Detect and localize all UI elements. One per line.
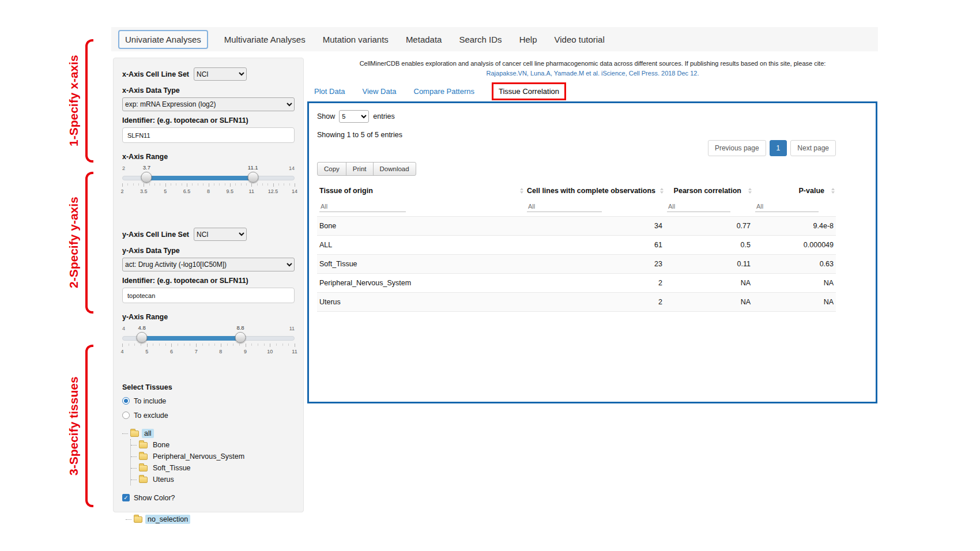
filter-input-cell-lines-with-complete-observations[interactable]: [527, 201, 602, 212]
nav-tab-univariate-analyses[interactable]: Univariate Analyses: [118, 30, 208, 49]
sort-down-arrow: [831, 191, 835, 194]
tissue-tree: allBonePeripheral_Nervous_SystemSoft_Tis…: [122, 428, 295, 485]
slider-tick-label: 10: [267, 349, 273, 354]
citation-link[interactable]: Rajapakse.VN, Luna.A, Yamade.M et al. iS…: [307, 70, 878, 77]
slider-minor-tick: [276, 344, 277, 346]
folder-icon: [130, 431, 139, 437]
slider-minor-tick: [178, 344, 178, 346]
slider-minor-tick: [288, 344, 289, 346]
tree-node-peripheral-nervous-system[interactable]: Peripheral_Nervous_System: [131, 451, 295, 462]
tree-node-all[interactable]: all: [122, 428, 295, 439]
y-axis-range-slider[interactable]: 4114.88.84567891011: [122, 324, 295, 360]
radio-to-exclude[interactable]: To exclude: [122, 409, 295, 422]
folder-icon: [139, 442, 148, 448]
column-header-pearson-correlation[interactable]: Pearson correlation: [665, 182, 753, 200]
range-min-label: 4: [122, 326, 125, 331]
tissue-correlation-table: Tissue of originCell lines with complete…: [317, 182, 836, 312]
nav-tab-video-tutorial[interactable]: Video tutorial: [553, 31, 605, 48]
tree-node-no-selection[interactable]: no_selection: [126, 514, 295, 525]
cell-cell_lines: 2: [525, 293, 665, 312]
show-color-checkbox[interactable]: ✓: [122, 494, 130, 501]
to-exclude-label: To exclude: [134, 412, 168, 420]
tree-node-uterus[interactable]: Uterus: [131, 474, 295, 485]
slider-minor-tick: [233, 344, 233, 346]
filter-input-tissue-of-origin[interactable]: [319, 201, 406, 212]
slider-minor-tick: [165, 344, 166, 346]
column-header-p-value[interactable]: P-value: [753, 182, 836, 200]
subtab-tissue-correlation[interactable]: Tissue Correlation: [492, 82, 566, 100]
x-cell-line-set-select[interactable]: NCI: [194, 67, 247, 81]
print-button[interactable]: Print: [346, 162, 374, 176]
copy-button[interactable]: Copy: [317, 162, 346, 176]
next-page-button[interactable]: Next page: [790, 140, 836, 156]
y-data-type-select[interactable]: act: Drug Activity (-log10[IC50M]): [122, 258, 295, 271]
table-header-row: Tissue of originCell lines with complete…: [317, 182, 836, 200]
page-1-button[interactable]: 1: [770, 140, 787, 156]
subtab-plot-data[interactable]: Plot Data: [314, 87, 345, 96]
x-data-type-select[interactable]: exp: mRNA Expression (log2): [122, 97, 295, 111]
page-length-select[interactable]: 5: [339, 110, 369, 123]
y-identifier-input[interactable]: [122, 288, 295, 303]
cell-cell_lines: 61: [525, 236, 665, 255]
x-identifier-input[interactable]: [122, 127, 295, 143]
tree-node-soft-tissue[interactable]: Soft_Tissue: [131, 462, 295, 474]
annotation-step3: 3-Specify tissues: [48, 345, 93, 507]
tree-children: BonePeripheral_Nervous_SystemSoft_Tissue…: [130, 439, 295, 485]
tree-connector: [122, 433, 128, 434]
slider-minor-tick: [251, 344, 252, 346]
tree-node-label: Peripheral_Nervous_System: [150, 452, 247, 461]
tree-connector: [126, 519, 131, 520]
intro-text: CellMinerCDB enables exploration and ana…: [307, 60, 878, 67]
nav-tab-metadata[interactable]: Metadata: [405, 31, 443, 48]
column-header-cell-lines-with-complete-observations[interactable]: Cell lines with complete observations: [525, 182, 665, 200]
subtab-view-data[interactable]: View Data: [362, 87, 396, 96]
download-button[interactable]: Download: [373, 162, 416, 176]
x-data-type-label: x-Axis Data Type: [122, 86, 295, 95]
nav-tab-multivariate-analyses[interactable]: Multivariate Analyses: [223, 31, 307, 48]
column-header-tissue-of-origin[interactable]: Tissue of origin: [317, 182, 525, 200]
sort-icon: [520, 188, 523, 194]
nav-tab-mutation-variants[interactable]: Mutation variants: [322, 31, 390, 48]
filter-input-pearson-correlation[interactable]: [667, 201, 730, 212]
annotation-step2-label: 2-Specify y-axis: [67, 172, 81, 314]
slider-tick-label: 6.5: [183, 188, 191, 194]
slider-tick: [171, 344, 172, 347]
subtab-compare-patterns[interactable]: Compare Patterns: [414, 87, 475, 96]
y-cell-line-set-select[interactable]: NCI: [194, 228, 247, 241]
table-row: Uterus2NANA: [317, 293, 836, 312]
nav-tab-search-ids[interactable]: Search IDs: [458, 31, 503, 48]
slider-handle-low[interactable]: [141, 172, 152, 183]
show-color-row[interactable]: ✓ Show Color?: [122, 491, 295, 504]
slider-minor-tick: [149, 183, 150, 186]
x-range-label: x-Axis Range: [122, 153, 295, 161]
x-axis-range-slider[interactable]: 2143.711.123.556.589.51112.514: [122, 164, 295, 200]
slider-tick-label: 3.5: [140, 188, 148, 194]
to-exclude-radio[interactable]: [122, 412, 130, 419]
cell-tissue: Bone: [317, 217, 525, 236]
slider-minor-tick: [282, 344, 283, 346]
annotation-step1-label: 1-Specify x-axis: [67, 39, 81, 163]
range-high-value: 8.8: [235, 324, 245, 331]
previous-page-button[interactable]: Previous page: [708, 140, 766, 156]
tree-node-label: all: [142, 429, 154, 438]
slider-handle-high[interactable]: [247, 172, 258, 183]
slider-minor-tick: [262, 183, 263, 186]
show-label: Show: [317, 112, 335, 120]
slider-handle-high[interactable]: [235, 332, 246, 343]
slider-minor-tick: [171, 183, 171, 186]
cell-pvalue: 9.4e-8: [753, 217, 836, 236]
cell-pvalue: NA: [753, 274, 836, 293]
tree-node-label: Bone: [150, 440, 172, 450]
slider-tick: [295, 183, 295, 187]
slider-handle-low[interactable]: [137, 332, 148, 343]
slider-minor-tick: [227, 344, 228, 346]
folder-icon: [134, 516, 142, 523]
tree-node-bone[interactable]: Bone: [131, 439, 295, 451]
slider-minor-tick: [153, 344, 153, 346]
x-identifier-label: Identifier: (e.g. topotecan or SLFN11): [122, 116, 295, 124]
radio-to-include[interactable]: To include: [122, 394, 295, 407]
entries-label: entries: [373, 112, 395, 120]
filter-input-p-value[interactable]: [755, 201, 819, 212]
nav-tab-help[interactable]: Help: [518, 31, 538, 48]
to-include-radio[interactable]: [122, 397, 130, 405]
